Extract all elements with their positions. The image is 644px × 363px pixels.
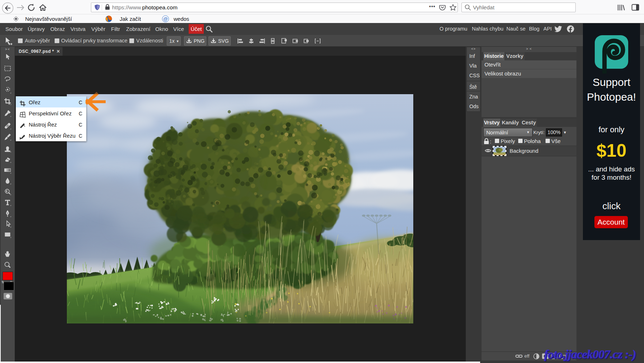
svg-text:@: @ <box>163 16 168 22</box>
